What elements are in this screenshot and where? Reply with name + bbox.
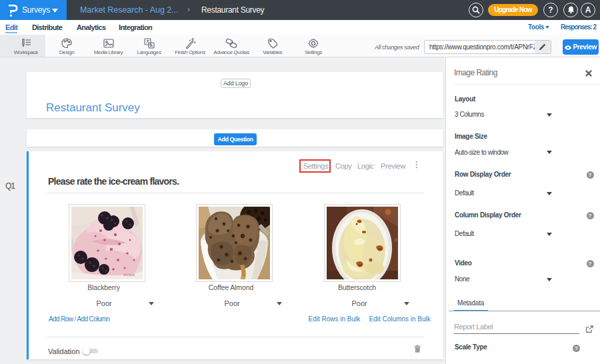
svg-text:wicked: wicked <box>123 273 135 277</box>
